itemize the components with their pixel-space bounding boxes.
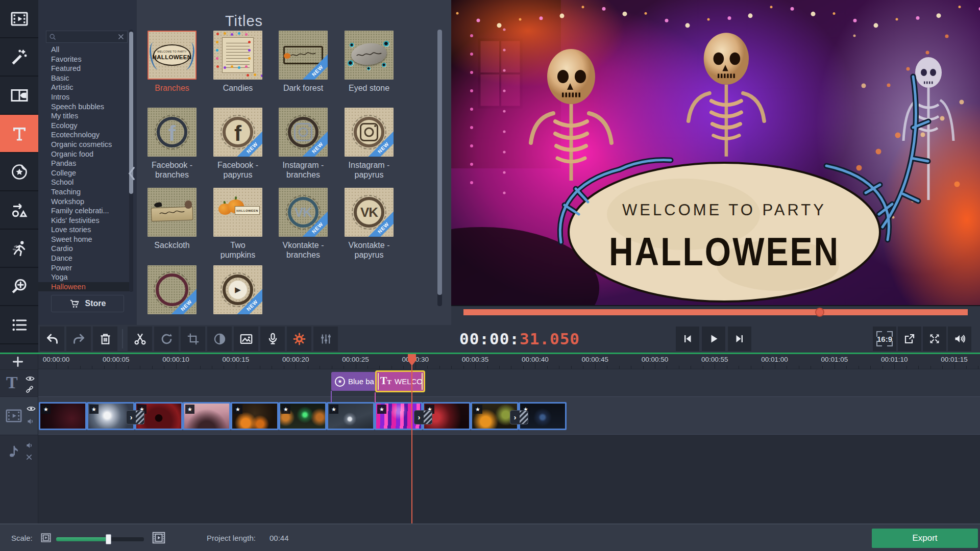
store-button[interactable]: Store xyxy=(51,295,124,312)
transition-badge[interactable]: › xyxy=(126,410,144,424)
title-style-partial[interactable]: ▶NEW xyxy=(213,265,262,314)
category-item-family-celebrati[interactable]: Family celebrati... xyxy=(38,206,133,216)
category-item-featured[interactable]: Featured xyxy=(38,64,133,73)
category-item-sweet-home[interactable]: Sweet home xyxy=(38,235,133,244)
filters-wand-button[interactable] xyxy=(0,38,38,77)
search-box[interactable] xyxy=(46,31,128,43)
play-button[interactable] xyxy=(702,327,725,351)
video-clip-5[interactable]: ★ xyxy=(231,402,279,430)
title-clip-selected[interactable]: TT WELCO xyxy=(375,370,425,392)
category-item-all[interactable]: All xyxy=(38,45,133,55)
fullscreen-button[interactable] xyxy=(923,327,946,351)
category-item-organic-cosmetics[interactable]: Organic cosmetics xyxy=(38,140,133,149)
sticker-clip[interactable]: ★ Blue ba xyxy=(331,372,376,391)
title-style-dark-forest[interactable]: NEW xyxy=(279,31,328,80)
video-clip-1[interactable]: ★ xyxy=(39,402,87,430)
category-item-power[interactable]: Power xyxy=(38,263,133,273)
category-item-cardio[interactable]: Cardio xyxy=(38,244,133,254)
next-frame-button[interactable] xyxy=(728,327,751,351)
titles-button[interactable] xyxy=(0,115,38,153)
category-item-dance[interactable]: Dance xyxy=(38,254,133,263)
video-track-visibility-icon[interactable] xyxy=(27,405,36,412)
category-item-college[interactable]: College xyxy=(38,168,133,178)
title-style-vkontakte-papyrus[interactable]: VKNEW xyxy=(345,188,394,237)
title-style-candies[interactable] xyxy=(213,31,262,80)
title-style-vkontakte-branches[interactable]: VKNEW xyxy=(279,188,328,237)
title-style-facebook-branches[interactable]: f xyxy=(148,108,197,157)
detach-player-button[interactable] xyxy=(898,327,921,351)
title-track-link-icon[interactable] xyxy=(26,385,34,393)
search-input[interactable] xyxy=(59,33,114,41)
previous-frame-button[interactable] xyxy=(676,327,699,351)
category-item-basic[interactable]: Basic xyxy=(38,73,133,83)
title-style-eyed-stone[interactable] xyxy=(345,31,394,80)
category-item-pandas[interactable]: Pandas xyxy=(38,159,133,168)
audio-track-unlink-icon[interactable] xyxy=(26,454,33,461)
titles-scrollbar-thumb[interactable] xyxy=(437,30,442,295)
crop-button[interactable] xyxy=(181,327,205,351)
audio-track-mute-icon[interactable] xyxy=(26,441,34,449)
category-item-school[interactable]: School xyxy=(38,178,133,187)
zoom-out-film-icon[interactable] xyxy=(41,533,51,543)
category-item-halloween[interactable]: Halloween xyxy=(38,282,133,292)
playhead-line[interactable] xyxy=(411,354,412,523)
category-item-workshop[interactable]: Workshop xyxy=(38,197,133,207)
category-item-my-titles[interactable]: My titles xyxy=(38,111,133,121)
category-item-ecotechnology[interactable]: Ecotechnology xyxy=(38,130,133,140)
category-item-artistic[interactable]: Artistic xyxy=(38,83,133,92)
video-track[interactable]: ★★★★★★★★★★★››› xyxy=(38,396,980,435)
export-button[interactable]: Export xyxy=(872,529,978,548)
category-item-yoga[interactable]: Yoga xyxy=(38,272,133,282)
title-style-sackcloth[interactable] xyxy=(148,188,197,237)
title-style-branches[interactable]: WELCOME TO PARTYHALLOWEEN xyxy=(148,31,197,80)
stickers-button[interactable] xyxy=(0,153,38,191)
video-clip-7[interactable]: ★ xyxy=(327,402,375,430)
category-item-favorites[interactable]: Favorites xyxy=(38,55,133,64)
title-style-instagram-papyrus[interactable]: NEW xyxy=(345,108,394,157)
zoom-in-film-icon[interactable] xyxy=(152,531,165,544)
category-item-organic-food[interactable]: Organic food xyxy=(38,149,133,159)
collapse-sidebar-button[interactable] xyxy=(128,166,136,181)
timeline-ruler[interactable]: 00:00:0000:00:0500:00:1000:00:1500:00:20… xyxy=(38,354,980,369)
undo-button[interactable] xyxy=(40,327,64,351)
category-item-speech-bubbles[interactable]: Speech bubbles xyxy=(38,102,133,112)
category-item-intros[interactable]: Intros xyxy=(38,92,133,102)
title-style-partial[interactable]: NEW xyxy=(148,265,197,314)
transitions-button[interactable] xyxy=(0,77,38,115)
image-button[interactable] xyxy=(234,327,258,351)
video-track-audio-icon[interactable] xyxy=(27,417,35,425)
media-clips-button[interactable] xyxy=(0,0,38,38)
pan-zoom-button[interactable] xyxy=(0,268,38,306)
title-style-two-pumpkins[interactable]: HALLOWEEN xyxy=(213,188,262,237)
redo-button[interactable] xyxy=(66,327,91,351)
volume-button[interactable] xyxy=(948,327,971,351)
search-clear-icon[interactable] xyxy=(117,33,125,41)
seek-bar[interactable] xyxy=(463,309,968,315)
settings-gear-button[interactable] xyxy=(287,327,311,351)
title-style-instagram-branches[interactable]: NEW xyxy=(279,108,328,157)
category-item-kids-festivities[interactable]: Kids' festivities xyxy=(38,216,133,226)
audio-levels-button[interactable] xyxy=(313,327,338,351)
scissors-button[interactable] xyxy=(128,327,152,351)
title-track-visibility-icon[interactable] xyxy=(26,375,35,382)
trash-button[interactable] xyxy=(93,327,117,351)
transition-badge[interactable]: › xyxy=(510,410,528,424)
title-style-facebook-papyrus[interactable]: fNEW xyxy=(213,108,262,157)
video-clip-6[interactable]: ★ xyxy=(279,402,327,430)
color-adjust-button[interactable] xyxy=(207,327,232,351)
video-clip-4[interactable]: ★ xyxy=(183,402,231,430)
record-audio-button[interactable] xyxy=(260,327,285,351)
seek-bar-knob[interactable] xyxy=(815,308,824,317)
category-item-love-stories[interactable]: Love stories xyxy=(38,225,133,235)
preview-player[interactable]: WELCOME TO PARTY HALLOWEEN xyxy=(451,0,980,306)
animation-button[interactable] xyxy=(0,230,38,268)
category-item-teaching[interactable]: Teaching xyxy=(38,187,133,197)
callouts-button[interactable] xyxy=(0,191,38,230)
rotate-button[interactable] xyxy=(154,327,179,351)
transition-badge[interactable]: › xyxy=(414,410,432,424)
category-item-ecology[interactable]: Ecology xyxy=(38,121,133,131)
list-menu-button[interactable] xyxy=(0,306,38,344)
timeline-scale-slider-handle[interactable] xyxy=(106,534,111,544)
audio-track[interactable] xyxy=(38,435,980,523)
aspect-ratio-button[interactable]: 16:9 xyxy=(873,327,896,351)
